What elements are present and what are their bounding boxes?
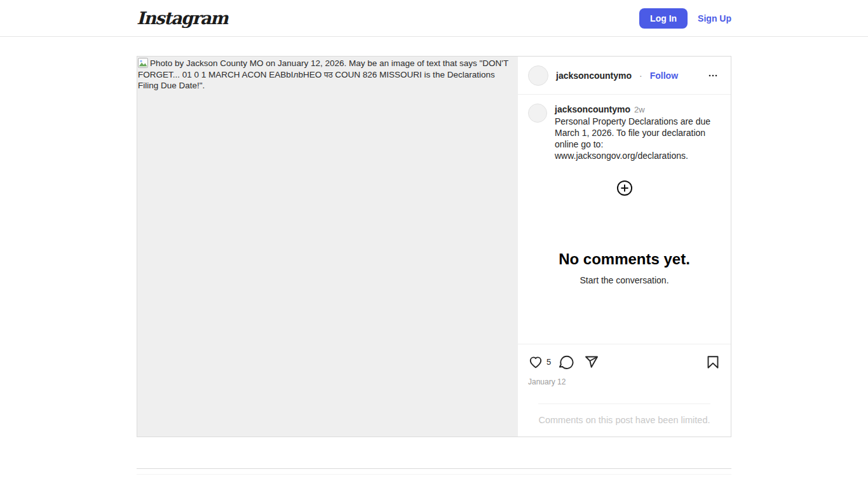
caption-username-link[interactable]: jacksoncountymo [555,104,630,115]
ellipsis-icon [707,69,719,82]
comments-limited-notice: Comments on this post have been limited. [528,404,721,437]
avatar[interactable] [528,65,548,86]
post-panel: jacksoncountymo · Follow jacksoncountymo [518,57,731,437]
save-button[interactable] [705,355,721,370]
post-card: Photo by Jackson County MO on January 12… [137,56,731,437]
actions-section: 5 [518,344,731,437]
instagram-logo[interactable]: Instagram [137,10,227,27]
nav-actions: Log In Sign Up [639,8,731,29]
caption-timestamp: 2w [634,104,645,116]
share-button[interactable] [584,355,599,370]
post-media: Photo by Jackson County MO on January 12… [137,57,518,437]
follow-button[interactable]: Follow [650,71,678,81]
plus-circle-icon [616,179,634,197]
login-button[interactable]: Log In [639,8,688,29]
dot-separator: · [639,71,642,81]
username-link[interactable]: jacksoncountymo [556,71,632,81]
no-comments-subtitle: Start the conversation. [580,275,668,285]
footer-divider [137,468,731,469]
caption-row: jacksoncountymo 2w Personal Property Dec… [518,104,731,161]
more-options-button[interactable] [702,64,724,87]
comments-section: jacksoncountymo 2w Personal Property Dec… [518,95,731,344]
like-count[interactable]: 5 [546,357,551,367]
heart-icon [528,355,543,370]
load-more-comments-button[interactable] [614,178,635,198]
bookmark-icon [705,355,721,370]
like-button[interactable] [528,355,543,370]
post-date: January 12 [528,377,721,386]
caption-text: Personal Property Declarations are due M… [555,116,715,161]
paper-plane-icon [584,355,599,370]
signup-link[interactable]: Sign Up [698,13,731,24]
footer-divider-faint [137,474,731,475]
post-header: jacksoncountymo · Follow [518,57,731,95]
no-comments-block: No comments yet. Start the conversation. [518,198,731,344]
top-nav: Instagram Log In Sign Up [0,0,868,37]
no-comments-title: No comments yet. [559,250,690,268]
broken-image-icon [138,58,148,68]
caption-avatar[interactable] [528,104,547,123]
comment-button[interactable] [559,355,574,370]
media-alt-text: Photo by Jackson County MO on January 12… [138,58,508,90]
comment-bubble-icon [559,355,574,370]
